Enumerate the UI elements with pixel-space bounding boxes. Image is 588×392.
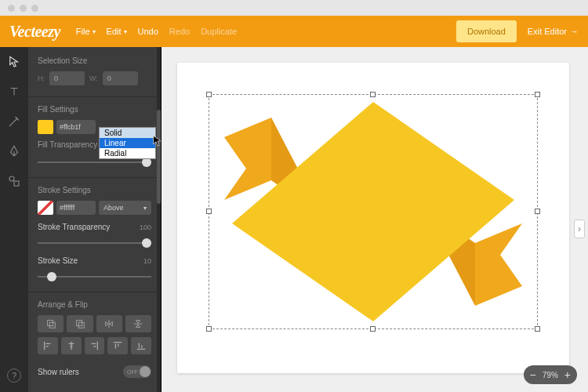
cursor-icon: [151, 135, 162, 149]
show-rulers-label: Show rulers: [38, 368, 79, 376]
stroke-size-label: Stroke Size: [38, 256, 78, 265]
shapes-tool[interactable]: [7, 174, 21, 191]
resize-handle-w[interactable]: [206, 209, 212, 214]
stroke-color-swatch[interactable]: [38, 201, 53, 215]
fill-option-radial[interactable]: Radial: [100, 148, 155, 158]
arrow-right-icon: →: [570, 27, 579, 36]
resize-handle-s[interactable]: [370, 326, 376, 332]
svg-rect-4: [78, 322, 84, 328]
fill-color-swatch[interactable]: [38, 120, 53, 134]
arrange-flip-title: Arrange & Flip: [38, 300, 151, 309]
resize-handle-nw[interactable]: [206, 92, 212, 97]
app-topbar: Vecteezy File▾ Edit▾ Undo Redo Duplicate…: [0, 16, 588, 47]
traffic-light-minimize[interactable]: [20, 5, 27, 12]
pen-tool[interactable]: [7, 144, 21, 162]
chevron-down-icon: ▾: [143, 205, 147, 212]
download-button[interactable]: Download: [456, 20, 517, 42]
stroke-size-slider[interactable]: [38, 270, 151, 284]
window-titlebar: [0, 0, 588, 16]
zoom-in-button[interactable]: +: [564, 369, 571, 380]
fill-option-solid[interactable]: Solid: [100, 128, 155, 138]
tool-rail: ?: [0, 47, 28, 392]
stroke-settings-title: Stroke Settings: [38, 186, 151, 194]
stroke-size-value: 10: [143, 257, 151, 265]
canvas-area[interactable]: › − 79% +: [162, 47, 588, 392]
fill-option-linear[interactable]: Linear: [100, 138, 155, 148]
svg-point-0: [9, 176, 14, 181]
svg-rect-1: [14, 181, 19, 186]
stroke-transparency-slider[interactable]: [38, 236, 151, 250]
align-bottom-button[interactable]: [131, 337, 151, 354]
stroke-transparency-value: 100: [140, 223, 151, 231]
panel-scrollbar-track[interactable]: [157, 47, 161, 392]
chevron-down-icon: ▾: [93, 28, 96, 35]
width-label: W:: [89, 74, 98, 82]
resize-handle-n[interactable]: [370, 92, 376, 97]
selection-size-title: Selection Size: [38, 56, 151, 65]
zoom-out-button[interactable]: −: [530, 369, 536, 380]
app-logo: Vecteezy: [9, 23, 60, 41]
send-backward-button[interactable]: [67, 315, 93, 332]
chevron-down-icon: ▾: [124, 28, 127, 35]
width-input[interactable]: [103, 71, 138, 85]
align-center-h-button[interactable]: [61, 337, 82, 354]
panel-scrollbar-thumb[interactable]: [157, 110, 161, 204]
menu-redo[interactable]: Redo: [169, 27, 190, 36]
zoom-value: 79%: [543, 371, 558, 379]
align-top-button[interactable]: [107, 337, 128, 354]
stroke-position-dropdown[interactable]: Above▾: [99, 201, 151, 215]
menu-duplicate[interactable]: Duplicate: [201, 27, 237, 36]
menu-undo[interactable]: Undo: [138, 27, 158, 36]
menu-file[interactable]: File▾: [76, 27, 96, 36]
zoom-control: − 79% +: [524, 365, 577, 384]
svg-rect-5: [77, 321, 82, 326]
help-button[interactable]: ?: [7, 368, 21, 383]
height-input[interactable]: [49, 71, 85, 85]
menu-edit[interactable]: Edit▾: [107, 27, 127, 36]
exit-editor-button[interactable]: Exit Editor→: [528, 27, 579, 36]
show-rulers-toggle[interactable]: OFF: [123, 365, 151, 378]
selection-tool[interactable]: [7, 55, 21, 72]
traffic-light-zoom[interactable]: [31, 5, 38, 12]
svg-rect-3: [49, 322, 55, 328]
align-left-button[interactable]: [38, 337, 58, 354]
fill-hex-input[interactable]: [56, 120, 96, 134]
stroke-transparency-label: Stroke Transparency: [38, 223, 110, 231]
artboard[interactable]: [177, 63, 569, 373]
text-tool[interactable]: [7, 85, 21, 102]
align-right-button[interactable]: [85, 337, 105, 354]
resize-handle-sw[interactable]: [206, 326, 212, 332]
brush-tool[interactable]: [7, 114, 21, 132]
flip-vertical-button[interactable]: [125, 315, 151, 332]
fill-settings-title: Fill Settings: [38, 105, 151, 114]
traffic-light-close[interactable]: [8, 5, 15, 12]
canvas-expand-handle[interactable]: ›: [574, 220, 585, 238]
stroke-hex-input[interactable]: [56, 201, 96, 215]
properties-panel: Selection Size H: W: Fill Settings Solid…: [28, 47, 162, 392]
bring-forward-button[interactable]: [38, 315, 64, 332]
resize-handle-ne[interactable]: [535, 92, 540, 97]
resize-handle-se[interactable]: [535, 326, 540, 332]
flip-horizontal-button[interactable]: [96, 315, 122, 332]
height-label: H:: [38, 74, 45, 82]
resize-handle-e[interactable]: [535, 209, 540, 214]
svg-rect-2: [47, 321, 53, 326]
selection-bounding-box[interactable]: [209, 94, 538, 329]
